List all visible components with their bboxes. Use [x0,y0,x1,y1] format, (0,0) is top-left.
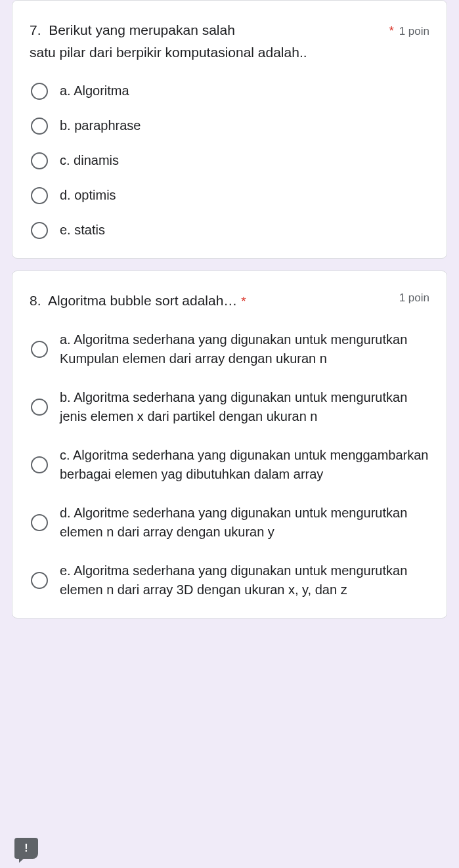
option-label: e. statis [60,221,105,240]
radio-icon [31,83,48,100]
option-row[interactable]: a. Algoritma sederhana yang digunakan un… [31,330,429,368]
radio-icon [31,514,48,531]
points-label: 1 poin [399,290,429,305]
option-row[interactable]: a. Algoritma [31,81,429,100]
option-row[interactable]: b. paraphrase [31,116,429,135]
question-body-part2: satu pilar dari berpikir komputasional a… [30,45,307,60]
radio-icon [31,222,48,239]
option-label: c. dinamis [60,151,119,170]
question-body: Algoritma bubble sort adalah… [48,293,237,308]
question-card: 7. Berikut yang merupakan salah * 1 poin… [12,0,447,259]
question-header: 8. Algoritma bubble sort adalah… * 1 poi… [30,290,429,312]
radio-icon [31,572,48,589]
option-row[interactable]: c. Algoritma sederhana yang digunakan un… [31,446,429,484]
question-card: 8. Algoritma bubble sort adalah… * 1 poi… [12,271,447,618]
option-label: b. Algoritma sederhana yang digunakan un… [60,388,429,426]
radio-icon [31,118,48,135]
option-label: a. Algoritma sederhana yang digunakan un… [60,330,429,368]
radio-icon [31,456,48,473]
options-group: a. Algoritma b. paraphrase c. dinamis d.… [30,81,429,240]
option-row[interactable]: d. optimis [31,186,429,205]
option-label: a. Algoritma [60,81,129,100]
option-row[interactable]: d. Algoritme sederhana yang digunakan un… [31,504,429,542]
option-label: e. Algoritma sederhana yang digunakan un… [60,561,429,599]
option-row[interactable]: c. dinamis [31,151,429,170]
option-label: d. Algoritme sederhana yang digunakan un… [60,504,429,542]
option-row[interactable]: b. Algoritma sederhana yang digunakan un… [31,388,429,426]
option-row[interactable]: e. statis [31,221,429,240]
question-number: 8. [30,293,41,308]
required-star: * [389,24,393,37]
radio-icon [31,152,48,169]
option-label: b. paraphrase [60,116,141,135]
option-label: d. optimis [60,186,116,205]
question-text: 7. Berikut yang merupakan salah * 1 poin… [30,19,429,63]
required-star: * [241,294,246,308]
radio-icon [31,399,48,416]
option-label: c. Algoritma sederhana yang digunakan un… [60,446,429,484]
points-label: 1 poin [399,23,429,37]
option-row[interactable]: e. Algoritma sederhana yang digunakan un… [31,561,429,599]
radio-icon [31,341,48,358]
question-body-part1: Berikut yang merupakan salah [49,22,235,37]
question-header: 7. Berikut yang merupakan salah * 1 poin… [30,19,429,63]
question-text: 8. Algoritma bubble sort adalah… * [30,290,394,312]
question-number: 7. [30,22,41,37]
radio-icon [31,187,48,204]
options-group: a. Algoritma sederhana yang digunakan un… [30,330,429,599]
